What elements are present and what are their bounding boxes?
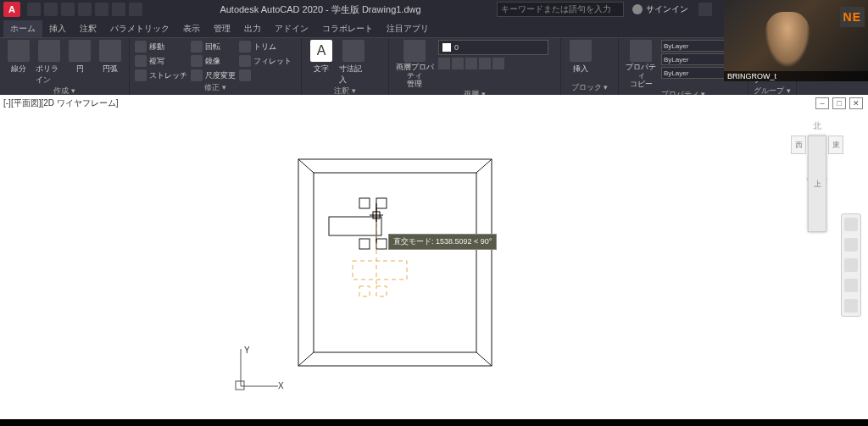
ucs-x-label: X — [278, 381, 284, 390]
layer-props-button[interactable]: 画層プロパティ 管理 — [394, 40, 435, 89]
move-icon — [135, 41, 147, 53]
menu-parametric[interactable]: パラメトリック — [103, 20, 176, 37]
layer-props-icon — [403, 40, 426, 62]
scale-button[interactable]: 尺度変更 — [191, 69, 236, 82]
webcam-person — [765, 12, 810, 68]
signin-label: サインイン — [646, 3, 688, 15]
svg-line-4 — [298, 352, 314, 366]
svg-rect-13 — [359, 286, 370, 296]
svg-line-2 — [298, 159, 314, 173]
color-dropdown[interactable]: ByLayer — [661, 40, 726, 52]
copy-button[interactable]: 複写 — [135, 54, 187, 68]
line-icon — [8, 40, 30, 62]
mirror-button[interactable]: 鏡像 — [191, 54, 236, 68]
trim-icon — [239, 41, 251, 53]
panel-modify-label: 修正 ▾ — [135, 82, 296, 94]
lineweight-dropdown[interactable]: ByLayer — [661, 53, 726, 65]
svg-line-3 — [476, 159, 492, 173]
mirror-icon — [191, 55, 203, 67]
svg-rect-7 — [376, 198, 387, 208]
dimension-icon — [342, 40, 364, 62]
drawing-svg — [0, 95, 868, 417]
user-icon — [632, 4, 643, 14]
stretch-icon — [135, 69, 147, 81]
fillet-button[interactable]: フィレット — [239, 54, 292, 68]
stretch-button[interactable]: ストレッチ — [135, 69, 187, 82]
move-button[interactable]: 移動 — [135, 40, 187, 53]
layer-current-name: 0 — [454, 43, 459, 52]
menu-output[interactable]: 出力 — [237, 20, 268, 37]
menu-view[interactable]: 表示 — [176, 20, 207, 37]
qat-open-icon[interactable] — [44, 3, 58, 16]
layer-color-swatch — [442, 43, 451, 52]
matchprop-icon — [630, 40, 652, 62]
rotate-icon — [191, 41, 203, 53]
menu-featured[interactable]: 注目アプリ — [380, 20, 436, 37]
webcam-name: BRINGROW_t — [724, 71, 868, 81]
dimension-button[interactable]: 寸法記入 — [339, 40, 368, 86]
menu-collab[interactable]: コラボレート — [315, 20, 380, 37]
text-button[interactable]: A文字 — [307, 40, 336, 75]
insert-block-icon — [570, 40, 592, 62]
text-icon: A — [310, 40, 332, 62]
bottom-bar — [0, 419, 868, 426]
fillet-icon — [239, 55, 251, 67]
window-title: Autodesk AutoCAD 2020 - 学生版 Drawing1.dwg — [144, 3, 497, 16]
svg-line-5 — [476, 352, 492, 366]
arc-icon — [99, 40, 121, 62]
qat-new-icon[interactable] — [27, 3, 41, 16]
layer-tool-3-icon[interactable] — [465, 58, 477, 69]
menu-addin[interactable]: アドイン — [268, 20, 315, 37]
qat-plot-icon[interactable] — [95, 3, 108, 16]
cursor-tooltip: 直交モード: 1538.5092 < 90° — [388, 234, 497, 250]
rotate-button[interactable]: 回転 — [191, 40, 236, 53]
qat-redo-icon[interactable] — [129, 3, 142, 16]
matchprop-button[interactable]: プロパティ コピー — [624, 40, 658, 89]
array-icon — [239, 69, 251, 81]
svg-rect-6 — [359, 198, 370, 208]
svg-rect-14 — [376, 286, 387, 296]
menu-home[interactable]: ホーム — [3, 20, 42, 37]
svg-rect-8 — [329, 217, 381, 235]
line-button[interactable]: 線分 — [5, 40, 32, 75]
qat-undo-icon[interactable] — [112, 3, 125, 16]
svg-rect-21 — [236, 381, 244, 390]
trim-button[interactable]: トリム — [239, 40, 292, 53]
svg-rect-10 — [376, 239, 387, 249]
qat-saveas-icon[interactable] — [78, 3, 92, 16]
polyline-button[interactable]: ポリライン — [36, 40, 63, 86]
scale-icon — [191, 69, 203, 81]
menu-annotate[interactable]: 注釈 — [73, 20, 103, 37]
arc-button[interactable]: 円弧 — [97, 40, 124, 75]
svg-rect-1 — [314, 173, 476, 352]
svg-rect-12 — [353, 261, 407, 279]
signin-button[interactable]: サインイン — [632, 3, 688, 15]
svg-rect-0 — [298, 159, 492, 366]
panel-block-label: ブロック ▾ — [566, 82, 613, 94]
menu-manage[interactable]: 管理 — [207, 20, 237, 37]
circle-icon — [69, 40, 91, 62]
layer-tool-4-icon[interactable] — [479, 58, 491, 69]
array-button[interactable] — [239, 69, 292, 82]
webcam-brand: NE — [840, 7, 865, 27]
search-input[interactable]: キーワードまたは語句を入力 — [497, 2, 624, 17]
drawing-canvas[interactable]: [-][平面図][2D ワイヤフレーム] – □ ✕ 北 西 上 東 南 WCS… — [0, 95, 868, 419]
qat-save-icon[interactable] — [61, 3, 75, 16]
app-logo[interactable]: A — [3, 2, 20, 17]
copy-icon — [135, 55, 147, 67]
linetype-dropdown[interactable]: ByLayer — [661, 67, 726, 79]
layer-dropdown[interactable]: 0 — [438, 40, 548, 55]
ucs-y-label: Y — [244, 346, 250, 355]
svg-rect-9 — [359, 239, 370, 249]
help-icon[interactable] — [698, 3, 712, 16]
layer-tool-1-icon[interactable] — [438, 58, 450, 69]
layer-tool-5-icon[interactable] — [492, 58, 504, 69]
polyline-icon — [38, 40, 60, 62]
layer-tool-2-icon[interactable] — [452, 58, 464, 69]
menu-insert[interactable]: 挿入 — [42, 20, 73, 37]
webcam-overlay: NE BRINGROW_t — [724, 0, 868, 81]
circle-button[interactable]: 円 — [66, 40, 93, 75]
insert-block-button[interactable]: 挿入 — [566, 40, 595, 75]
